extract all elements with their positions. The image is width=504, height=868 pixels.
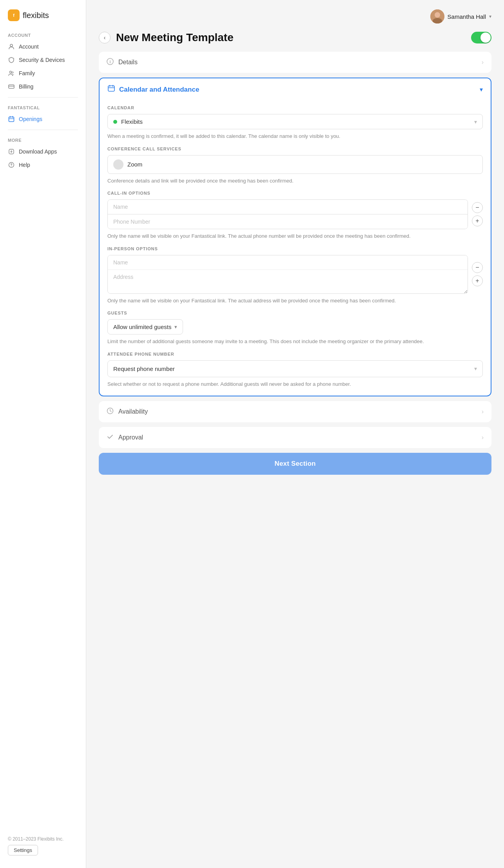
availability-chevron-icon: ›: [482, 408, 484, 415]
svg-rect-5: [9, 85, 14, 89]
sidebar-item-openings[interactable]: Openings: [0, 112, 86, 126]
calendar-value: Flexibits: [121, 118, 474, 125]
sidebar-item-security-label: Security & Devices: [19, 57, 65, 63]
calendar-select[interactable]: Flexibits ▾: [107, 114, 483, 129]
conference-helper: Conference details and link will be prov…: [107, 177, 483, 185]
calendar-dot: [113, 120, 117, 124]
more-section-label: MORE: [0, 134, 86, 145]
attendee-helper: Select whether or not to request a phone…: [107, 380, 483, 388]
approval-card-title: Approval: [118, 434, 482, 441]
sidebar-item-security[interactable]: Security & Devices: [0, 53, 86, 67]
calendar-attendance-card: Calendar and Attendance ▾ CALENDAR Flexi…: [99, 78, 491, 396]
svg-point-13: [11, 166, 11, 166]
logo-text: flexibits: [23, 11, 49, 20]
inperson-address-input[interactable]: [108, 270, 468, 293]
next-section-button[interactable]: Next Section: [99, 453, 491, 475]
user-chevron-icon: ▾: [489, 14, 491, 19]
people-icon: [8, 70, 15, 77]
zoom-logo: [113, 159, 123, 170]
attendee-value: Request phone number: [113, 365, 474, 372]
calendar-attendance-chevron-icon: ▾: [480, 86, 483, 93]
inperson-section-title: IN-PERSON OPTIONS: [107, 246, 483, 251]
inperson-add-button[interactable]: +: [472, 275, 483, 286]
avatar: [430, 9, 444, 24]
copyright-text: © 2011–2023 Flexibits Inc.: [8, 836, 78, 842]
calendar-chevron-icon: ▾: [474, 119, 477, 125]
svg-rect-20: [108, 86, 114, 91]
details-card[interactable]: Details ›: [99, 52, 491, 73]
callin-add-button[interactable]: +: [472, 215, 483, 226]
callin-remove-button[interactable]: −: [472, 202, 483, 213]
sidebar-item-family-label: Family: [19, 70, 35, 76]
sidebar-footer: © 2011–2023 Flexibits Inc. Settings: [0, 830, 86, 862]
availability-card-header[interactable]: Availability ›: [99, 401, 491, 422]
svg-point-15: [435, 12, 440, 18]
inperson-action-buttons: − +: [472, 255, 483, 294]
fantastical-section-label: FANTASTICAL: [0, 101, 86, 112]
availability-icon: [107, 407, 114, 416]
sidebar-item-download[interactable]: Download Apps: [0, 145, 86, 158]
inperson-remove-button[interactable]: −: [472, 262, 483, 273]
toggle-track: [471, 32, 491, 43]
availability-card[interactable]: Availability ›: [99, 401, 491, 422]
approval-card[interactable]: Approval ›: [99, 427, 491, 448]
question-icon: [8, 161, 15, 168]
back-button[interactable]: ‹: [99, 32, 111, 43]
svg-point-2: [10, 44, 13, 47]
calendar-attendance-header[interactable]: Calendar and Attendance ▾: [100, 78, 491, 99]
approval-card-header[interactable]: Approval ›: [99, 427, 491, 448]
svg-rect-7: [9, 117, 14, 122]
callin-phone-input[interactable]: [108, 214, 468, 229]
account-section-label: ACCOUNT: [0, 29, 86, 40]
attendee-chevron-icon: ▾: [474, 365, 477, 372]
svg-point-3: [10, 71, 12, 73]
sidebar-item-billing-label: Billing: [19, 83, 33, 90]
shield-icon: [8, 56, 15, 63]
user-info: Samantha Hall ▾: [430, 9, 491, 24]
details-chevron-icon: ›: [482, 59, 484, 66]
sidebar-item-help[interactable]: Help: [0, 158, 86, 172]
details-card-header[interactable]: Details ›: [99, 52, 491, 73]
info-icon: [107, 58, 114, 67]
conference-service-row: Zoom: [107, 155, 483, 174]
sidebar-item-account[interactable]: Account: [0, 40, 86, 53]
inperson-name-input[interactable]: [108, 255, 468, 269]
conference-section-title: CONFERENCE CALL SERVICES: [107, 146, 483, 151]
attendee-section-title: ATTENDEE PHONE NUMBER: [107, 352, 483, 356]
callin-section-title: CALL-IN OPTIONS: [107, 191, 483, 195]
logo-icon: f: [8, 9, 20, 21]
inperson-input-group: − +: [107, 255, 483, 294]
calendar-body: CALENDAR Flexibits ▾ When a meeting is c…: [100, 105, 491, 396]
guests-select[interactable]: Allow unlimited guests ▾: [107, 319, 183, 335]
sidebar-item-billing[interactable]: Billing: [0, 80, 86, 93]
details-card-title: Details: [118, 59, 482, 66]
download-icon: [8, 148, 15, 155]
sidebar: f flexibits ACCOUNT Account Security & D…: [0, 0, 86, 868]
sidebar-item-family[interactable]: Family: [0, 67, 86, 80]
svg-point-4: [12, 72, 13, 73]
guests-section-title: GUESTS: [107, 311, 483, 315]
card-icon: [8, 83, 15, 90]
sidebar-item-download-label: Download Apps: [19, 148, 57, 155]
svg-point-19: [110, 60, 111, 61]
callin-input-group: − +: [107, 199, 483, 229]
sidebar-item-openings-label: Openings: [19, 116, 42, 122]
calendar-helper: When a meeting is confirmed, it will be …: [107, 132, 483, 140]
toggle-thumb: [480, 33, 491, 43]
svg-text:f: f: [13, 13, 15, 18]
calendar-attendance-title: Calendar and Attendance: [119, 86, 480, 94]
checkmark-icon: [107, 433, 114, 442]
template-toggle[interactable]: [471, 32, 491, 43]
settings-button[interactable]: Settings: [8, 845, 38, 855]
conference-value: Zoom: [127, 161, 142, 168]
user-name: Samantha Hall: [448, 13, 486, 20]
page-heading: ‹ New Meeting Template: [99, 31, 491, 44]
page-title: New Meeting Template: [116, 31, 466, 44]
callin-helper: Only the name will be visible on your Fa…: [107, 232, 483, 240]
calendar-attendance-icon: [107, 85, 115, 94]
attendee-select[interactable]: Request phone number ▾: [107, 360, 483, 377]
callin-action-buttons: − +: [472, 199, 483, 229]
sidebar-item-help-label: Help: [19, 162, 30, 168]
approval-chevron-icon: ›: [482, 434, 484, 441]
callin-name-input[interactable]: [108, 200, 468, 214]
